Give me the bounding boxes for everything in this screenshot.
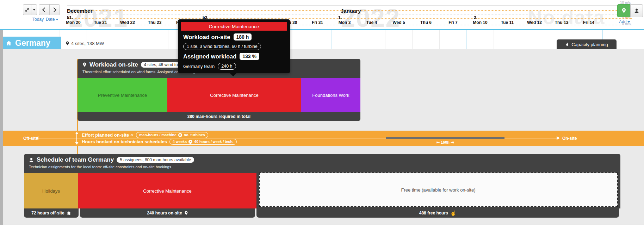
arrow-left-icon: [35, 136, 38, 140]
home-icon: [6, 40, 12, 46]
expand-icon[interactable]: [23, 5, 31, 15]
windline-10: [67, 5, 632, 6]
workload-block-preventive[interactable]: Preventive Maintenance: [78, 78, 167, 112]
month-label: December: [67, 8, 93, 14]
hours-formula-badge: 4 weeks ✕ 40 hours / week / tech.: [169, 139, 237, 145]
today-link[interactable]: Today: [32, 17, 44, 22]
caret-down-icon: [627, 21, 630, 23]
schedule-footer-free: 488 free hours ☝: [256, 208, 619, 218]
on-site-label: On-site: [562, 136, 577, 141]
add-person-button[interactable]: [630, 4, 643, 17]
day-label: Thu 23: [148, 20, 162, 25]
schedule-panel-header: Schedule of team Germany 5 assignees, 80…: [24, 154, 620, 173]
header-accent-line: [0, 29, 644, 30]
workload-block-corrective[interactable]: Corrective Maintenance: [167, 78, 301, 112]
schedule-block-corrective[interactable]: Corrective Maintenance: [78, 173, 256, 208]
location-pin-icon: [82, 62, 87, 67]
weekend-separator: [331, 30, 332, 49]
schedule-panel-subtitle: Technician assignments for the local tea…: [29, 165, 615, 169]
multiply-icon: ✕: [178, 133, 182, 137]
date-dropdown[interactable]: Date: [46, 17, 58, 22]
day-label: Wed 5: [392, 20, 405, 25]
schedule-footer-onsite: 240 hours on-site: [80, 208, 255, 218]
tooltip-assigned-value: 133 %: [240, 53, 259, 60]
workload-panel-footer: 380 man-hours required in total: [78, 112, 360, 121]
booked-segment-label: ⇤ 160h ⇥: [386, 140, 504, 145]
day-label: Wed 22: [120, 20, 135, 25]
hours-booked-row: Hours booked on technician schedules 4 w…: [82, 139, 237, 144]
day-label: Tue 11: [501, 20, 514, 25]
workload-panel-title: Workload on-site: [89, 61, 138, 68]
prev-button[interactable]: [39, 5, 50, 15]
zoom-mode-button-group[interactable]: [23, 4, 37, 15]
effort-planned-row: Effort planned on-site ∝ man-hours / mac…: [82, 132, 208, 138]
schedule-panel-title: Schedule of team Germany: [37, 156, 114, 163]
up-down-arrow-icon: [75, 132, 79, 145]
day-label: Wed 12: [527, 20, 542, 25]
tooltip-title: Corrective Maintenance: [181, 22, 287, 31]
weekend-separator: [466, 30, 467, 49]
tooltip-team-value: 240 h: [218, 63, 236, 70]
tooltip: Corrective Maintenance Workload on-site …: [178, 19, 290, 73]
capacity-planning-button[interactable]: Capacity planning: [557, 39, 617, 49]
tooltip-workload-value: 180 h: [234, 33, 252, 40]
day-label: Thu 6: [420, 20, 432, 25]
tooltip-detail-badge: 1 site, 3 wind turbines, 60 h / turbine: [183, 43, 261, 50]
day-label: Mon 20: [66, 20, 80, 25]
day-label: Fri 14: [583, 20, 594, 25]
prev-next-button-group: [39, 4, 60, 15]
capacity-planning-app: 2021 2022 No data Today Date Add 10 m/s …: [0, 0, 644, 231]
day-label: Fri 7: [448, 20, 457, 25]
day-label: Fri 31: [312, 20, 323, 25]
tooltip-assigned-label: Assigned workload: [183, 53, 236, 60]
home-icon: [67, 211, 71, 215]
hand-icon: ☝: [450, 210, 456, 216]
day-label: Mon 3: [339, 20, 351, 25]
add-dropdown[interactable]: Add: [619, 19, 630, 24]
zoom-dropdown-caret-icon[interactable]: [31, 5, 37, 15]
multiply-icon: ✕: [188, 140, 192, 144]
schedule-block-holidays[interactable]: Holidays: [24, 173, 78, 208]
flame-icon: [565, 42, 569, 47]
tooltip-caret: [230, 73, 236, 76]
day-label: Mon 10: [473, 20, 487, 25]
workload-block-foundations[interactable]: Foundations Work: [301, 78, 360, 112]
schedule-footer-offsite: 72 hours off-site: [24, 208, 79, 218]
location-pin-icon: [66, 41, 69, 46]
arrow-right-icon: [557, 136, 560, 140]
location-pin-icon: [184, 211, 188, 216]
schedule-block-free-time[interactable]: Free time (available for work on-site): [259, 173, 618, 207]
person-icon: [634, 8, 639, 13]
day-label: Tue 21: [94, 20, 107, 25]
next-button[interactable]: [50, 5, 60, 15]
tooltip-team-label: Germany team: [183, 64, 215, 69]
day-label: Tue 4: [366, 20, 377, 25]
month-label: January: [341, 8, 361, 14]
bottom-strip: [0, 225, 644, 231]
region-header-germany[interactable]: Germany: [1, 37, 61, 49]
caret-down-icon: [56, 19, 58, 20]
tooltip-workload-label: Workload on-site: [183, 34, 230, 40]
day-label: Thu 13: [555, 20, 569, 25]
region-summary: 4 sites, 138 MW: [66, 39, 104, 47]
week-number: 1.: [338, 15, 342, 20]
windline-4: [67, 18, 632, 19]
booked-segment: [386, 137, 504, 139]
schedule-panel-badge: 5 assignees, 800 man-hours available: [117, 157, 194, 163]
add-site-button[interactable]: [617, 4, 630, 17]
week-number: 2.: [474, 15, 477, 20]
effort-formula-badge: man-hours / machine ✕ no. turbines: [136, 132, 208, 138]
chevron-right-icon: [51, 7, 56, 12]
chevron-left-icon: [42, 7, 47, 12]
location-pin-icon: [621, 8, 626, 13]
windline-5: [67, 14, 632, 15]
region-name: Germany: [15, 38, 50, 48]
left-scrollbar[interactable]: [0, 30, 3, 225]
person-icon: [29, 157, 34, 163]
flow-band: Off-site On-site ⇤ 160h ⇥ Effort planned…: [0, 131, 644, 146]
week-number: 51.: [67, 15, 73, 20]
